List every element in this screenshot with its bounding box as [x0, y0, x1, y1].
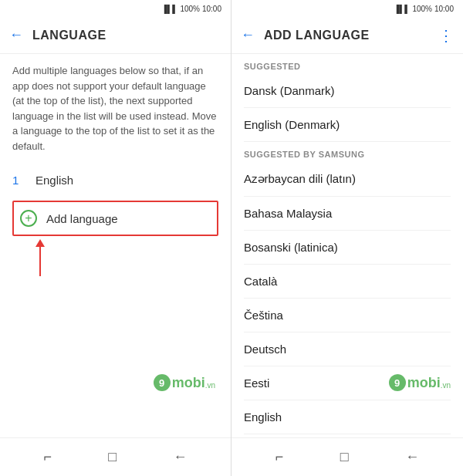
header-right: ← ADD LANGUAGE ⋮ — [231, 17, 463, 54]
arrow-annotation — [12, 239, 218, 276]
content-right: SUGGESTED Dansk (Danmark) English (Denma… — [231, 54, 463, 437]
content-left: Add multiple languages below so that, if… — [0, 54, 231, 437]
nav-back-left[interactable]: ← — [173, 449, 187, 465]
list-item[interactable]: Azərbaycan dili (latın) — [244, 162, 451, 197]
list-item: 1 English — [12, 166, 218, 194]
logo-right: 9 mobi .vn — [389, 374, 451, 391]
battery-label-right: 100% — [412, 5, 432, 13]
logo-circle-right: 9 — [389, 374, 406, 391]
nav-bar-right: ⌐ □ ← — [231, 437, 463, 476]
list-item[interactable]: English — [244, 400, 451, 434]
left-screen: ▐▌▌ 100% 10:00 ← LANGUAGE Add multiple l… — [0, 0, 231, 476]
page-title-right: ADD LANGUAGE — [264, 29, 370, 42]
logo-vn-right: .vn — [441, 381, 451, 390]
nav-back-right[interactable]: ← — [405, 449, 419, 465]
language-list: 1 English — [12, 166, 218, 194]
list-item[interactable]: Čeština — [244, 299, 451, 333]
section-label-suggested: SUGGESTED — [244, 54, 451, 74]
back-button-left[interactable]: ← — [9, 27, 23, 43]
nav-bar-left: ⌐ □ ← — [0, 437, 231, 476]
list-item[interactable]: Bosanski (latinica) — [244, 231, 451, 265]
more-button-right[interactable]: ⋮ — [438, 26, 454, 45]
list-item[interactable]: Deutsch — [244, 333, 451, 366]
arrow-line — [39, 245, 41, 276]
nav-home-right[interactable]: □ — [340, 449, 349, 465]
signal-icon-right: ▐▌▌ — [394, 5, 410, 13]
back-button-right[interactable]: ← — [241, 27, 255, 43]
add-icon: + — [20, 210, 37, 227]
add-language-label: Add language — [46, 212, 118, 225]
time-label-left: 10:00 — [202, 5, 221, 13]
nav-recent-right[interactable]: ⌐ — [275, 449, 284, 465]
list-item[interactable]: Dansk (Danmark) — [244, 74, 451, 108]
section-label-samsung: SUGGESTED BY SAMSUNG — [244, 142, 451, 162]
red-arrow — [35, 239, 45, 276]
list-item[interactable]: Español — [244, 434, 451, 437]
page-title-left: LANGUAGE — [32, 29, 106, 42]
watermark-left: 9 mobi .vn — [154, 374, 215, 391]
logo-mobi-left: mobi — [172, 375, 205, 391]
status-icons-left: ▐▌▌ 100% 10:00 — [161, 5, 221, 13]
status-bar-right: ▐▌▌ 100% 10:00 — [231, 0, 463, 17]
watermark-right: 9 mobi .vn — [389, 374, 451, 391]
nav-home-left[interactable]: □ — [108, 449, 117, 465]
logo-vn-left: .vn — [205, 381, 215, 390]
signal-icon-left: ▐▌▌ — [161, 5, 177, 13]
status-bar-left: ▐▌▌ 100% 10:00 — [0, 0, 231, 17]
logo-left: 9 mobi .vn — [154, 374, 215, 391]
nav-recent-left[interactable]: ⌐ — [44, 449, 52, 465]
header-left: ← LANGUAGE — [0, 17, 231, 54]
add-language-button[interactable]: + Add language — [12, 201, 218, 236]
description-text: Add multiple languages below so that, if… — [12, 63, 218, 154]
logo-mobi-right: mobi — [407, 375, 441, 391]
time-label-right: 10:00 — [434, 5, 454, 13]
right-screen: ▐▌▌ 100% 10:00 ← ADD LANGUAGE ⋮ SUGGESTE… — [231, 0, 463, 476]
logo-circle-left: 9 — [154, 374, 171, 391]
language-number: 1 — [12, 174, 23, 187]
list-item[interactable]: Bahasa Malaysia — [244, 197, 451, 231]
list-item[interactable]: Català — [244, 265, 451, 299]
status-icons-right: ▐▌▌ 100% 10:00 — [394, 5, 454, 13]
language-name: English — [35, 174, 73, 187]
list-item[interactable]: English (Denmark) — [244, 108, 451, 142]
battery-label-left: 100% — [180, 5, 200, 13]
